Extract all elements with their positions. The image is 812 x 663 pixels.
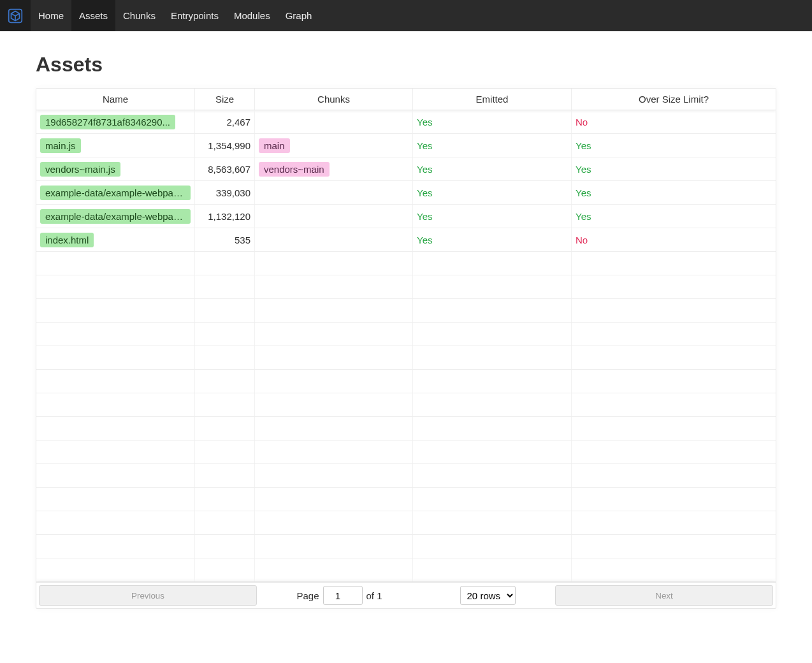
cell-chunks (255, 441, 413, 463)
cell-emitted: Yes (413, 205, 572, 228)
cell-chunks (255, 323, 413, 346)
cell-emitted (413, 393, 572, 416)
table-row[interactable]: vendors~main.js8,563,607vendors~mainYesY… (36, 157, 776, 181)
page-content: Assets Name Size Chunks Emitted Over Siz… (0, 31, 812, 634)
prev-page-button[interactable]: Previous (39, 585, 257, 606)
cell-emitted (413, 511, 572, 534)
nav-item-assets[interactable]: Assets (71, 0, 115, 31)
cell-emitted (413, 558, 572, 581)
cell-over-size: Yes (572, 134, 776, 157)
col-header-emitted[interactable]: Emitted (413, 89, 572, 110)
cell-size (195, 558, 255, 581)
cell-name (36, 464, 195, 487)
cell-name: example-data/example-webpac... (36, 205, 195, 228)
nav-item-modules[interactable]: Modules (226, 0, 278, 31)
table-row[interactable]: example-data/example-webpac...1,132,120Y… (36, 205, 776, 228)
col-header-chunks[interactable]: Chunks (255, 89, 413, 110)
cell-over-size (572, 535, 776, 558)
asset-name-badge: index.html (40, 233, 94, 247)
cube-icon (7, 8, 24, 24)
navbar: HomeAssetsChunksEntrypointsModulesGraph (0, 0, 812, 31)
cell-chunks (255, 535, 413, 558)
cell-name (36, 558, 195, 581)
nav-item-graph[interactable]: Graph (278, 0, 320, 31)
cell-size (195, 252, 255, 275)
cell-size: 1,354,990 (195, 134, 255, 157)
cell-chunks: vendors~main (255, 157, 413, 180)
table-row (36, 511, 776, 535)
table-row (36, 441, 776, 464)
app-logo[interactable] (0, 0, 31, 31)
cell-name (36, 393, 195, 416)
col-header-size[interactable]: Size (195, 89, 255, 110)
table-row (36, 346, 776, 370)
cell-size: 8,563,607 (195, 157, 255, 180)
cell-over-size: Yes (572, 205, 776, 228)
cell-emitted (413, 417, 572, 440)
next-page-button[interactable]: Next (555, 585, 773, 606)
table-row (36, 370, 776, 393)
col-header-over-size[interactable]: Over Size Limit? (572, 89, 776, 110)
cell-chunks: main (255, 134, 413, 157)
cell-over-size (572, 511, 776, 534)
cell-name: example-data/example-webpac... (36, 181, 195, 204)
cell-emitted (413, 370, 572, 393)
table-row (36, 417, 776, 441)
cell-emitted: Yes (413, 157, 572, 180)
cell-emitted (413, 299, 572, 322)
asset-name-badge: example-data/example-webpac... (40, 186, 191, 200)
table-row[interactable]: example-data/example-webpac...339,030Yes… (36, 181, 776, 205)
table-row (36, 393, 776, 417)
pagination-center: Page of 1 20 rows (259, 586, 553, 605)
table-body: 19d658274f8731af8346290...2,467YesNomain… (36, 110, 776, 582)
table-header-row: Name Size Chunks Emitted Over Size Limit… (36, 89, 776, 110)
cell-name (36, 252, 195, 275)
cell-size (195, 417, 255, 440)
cell-over-size (572, 323, 776, 346)
cell-emitted (413, 323, 572, 346)
cell-size (195, 275, 255, 298)
cell-chunks (255, 299, 413, 322)
cell-over-size: No (572, 228, 776, 251)
rows-per-page-select[interactable]: 20 rows (460, 586, 516, 605)
cell-chunks (255, 110, 413, 133)
table-row (36, 275, 776, 299)
cell-name (36, 299, 195, 322)
cell-size: 2,467 (195, 110, 255, 133)
cell-over-size (572, 393, 776, 416)
assets-table: Name Size Chunks Emitted Over Size Limit… (36, 88, 776, 609)
table-row (36, 558, 776, 582)
table-row (36, 252, 776, 275)
table-row (36, 535, 776, 558)
nav-item-home[interactable]: Home (31, 0, 71, 31)
nav-item-entrypoints[interactable]: Entrypoints (163, 0, 226, 31)
asset-name-badge: vendors~main.js (40, 162, 120, 177)
cell-over-size (572, 275, 776, 298)
cell-over-size: Yes (572, 157, 776, 180)
asset-name-badge: example-data/example-webpac... (40, 209, 191, 224)
cell-name (36, 535, 195, 558)
cell-emitted: Yes (413, 228, 572, 251)
cell-chunks (255, 370, 413, 393)
nav-item-chunks[interactable]: Chunks (115, 0, 163, 31)
chunk-badge: vendors~main (259, 162, 330, 177)
cell-chunks (255, 511, 413, 534)
cell-chunks (255, 464, 413, 487)
cell-emitted: Yes (413, 181, 572, 204)
cell-over-size (572, 558, 776, 581)
cell-over-size: Yes (572, 181, 776, 204)
table-row[interactable]: index.html535YesNo (36, 228, 776, 252)
cell-over-size (572, 299, 776, 322)
cell-emitted: Yes (413, 134, 572, 157)
page-number-input[interactable] (323, 586, 363, 605)
cell-size: 339,030 (195, 181, 255, 204)
cell-over-size: No (572, 110, 776, 133)
cell-chunks (255, 252, 413, 275)
asset-name-badge: 19d658274f8731af8346290... (40, 115, 175, 129)
col-header-name[interactable]: Name (36, 89, 195, 110)
cell-over-size (572, 464, 776, 487)
cell-chunks (255, 417, 413, 440)
table-row[interactable]: 19d658274f8731af8346290...2,467YesNo (36, 110, 776, 134)
cell-name (36, 511, 195, 534)
table-row[interactable]: main.js1,354,990mainYesYes (36, 134, 776, 157)
